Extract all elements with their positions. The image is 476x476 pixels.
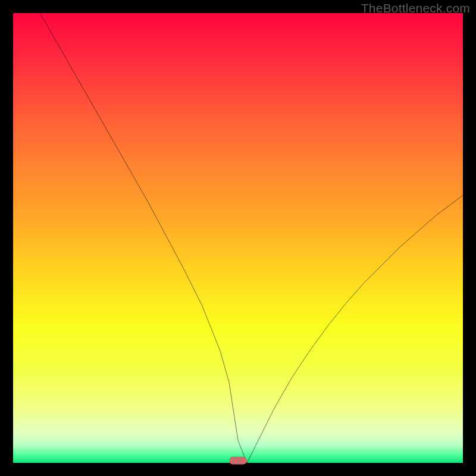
plot-area (13, 13, 463, 463)
watermark-text: TheBottleneck.com (361, 1, 470, 15)
bottleneck-curve (13, 13, 463, 463)
chart-frame: TheBottleneck.com (0, 0, 476, 476)
optimum-marker (229, 457, 247, 465)
